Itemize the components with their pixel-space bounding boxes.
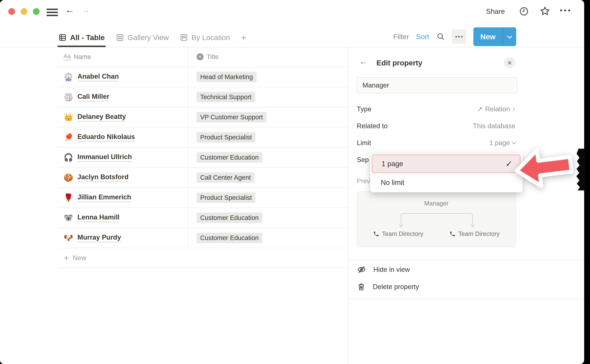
forward-arrow-icon[interactable]: → (81, 5, 90, 14)
menu-icon[interactable] (46, 9, 58, 16)
property-label: Limit (357, 139, 371, 147)
new-row-label: New (73, 254, 86, 262)
page-link[interactable]: Jaclyn Botsford (78, 173, 129, 182)
name-cell[interactable]: 🏓Eduardo Nikolaus (58, 128, 188, 147)
delete-property-button[interactable]: Delete property (357, 282, 419, 291)
page-link[interactable]: Lenna Hamill (78, 213, 119, 222)
share-button[interactable]: Share (486, 7, 505, 15)
property-label: Related to (357, 122, 388, 130)
hide-in-view-button[interactable]: Hide in view (357, 265, 410, 274)
relation-connector-lines (357, 192, 516, 247)
chevron-right-icon: › (512, 106, 515, 111)
preview-label-fragment: Prev (357, 177, 370, 185)
title-cell[interactable]: Technical Support (188, 87, 348, 107)
property-row-limit[interactable]: Limit 1 page (357, 134, 515, 151)
table-view-icon (58, 33, 67, 42)
table-row[interactable]: 🌹Jillian Emmerich Product Specialist (58, 188, 348, 208)
dropdown-option-no-limit[interactable]: No limit (372, 175, 521, 190)
table-row[interactable]: 🎡Anabel Chan Head of Marketing (58, 67, 348, 87)
eye-off-icon (357, 265, 366, 274)
new-row-button[interactable]: + New (58, 248, 348, 268)
search-icon[interactable] (436, 32, 445, 41)
name-cell[interactable]: 🐨Lenna Hamill (58, 208, 188, 228)
title-cell[interactable]: Product Specialist (188, 128, 348, 147)
filter-button[interactable]: Filter (393, 32, 409, 41)
window-controls (8, 8, 40, 15)
title-cell[interactable]: Customer Education (188, 148, 348, 167)
new-button[interactable]: New (473, 27, 516, 46)
updates-clock-icon[interactable] (519, 6, 529, 16)
property-name-input[interactable] (357, 77, 517, 93)
property-row-related-to[interactable]: Related to This database (357, 117, 515, 134)
tab-all-table[interactable]: All - Table (58, 28, 105, 47)
close-window-button[interactable] (8, 8, 15, 15)
page-emoji: 🏐 (64, 93, 73, 101)
page-link[interactable]: Immanuel Ullrich (78, 153, 132, 162)
table-row[interactable]: 🏓Eduardo Nikolaus Product Specialist (58, 128, 348, 148)
select-tag: Product Specialist (197, 192, 256, 203)
title-cell[interactable]: Head of Marketing (188, 67, 348, 87)
chevron-down-icon (512, 140, 516, 144)
title-cell[interactable]: Customer Education (188, 228, 348, 248)
new-button-label[interactable]: New (473, 27, 503, 46)
select-tag: Customer Education (197, 152, 262, 163)
more-options-icon[interactable]: ••• (560, 6, 572, 14)
action-label: Hide in view (373, 266, 410, 273)
zoom-window-button[interactable] (33, 8, 40, 15)
annotation-arrow-icon (511, 139, 578, 199)
name-cell[interactable]: 🐶Murray Purdy (58, 228, 188, 248)
minimize-window-button[interactable] (20, 8, 27, 15)
panel-back-icon[interactable]: ← (359, 57, 367, 65)
view-options-icon[interactable]: ••• (452, 29, 466, 44)
table-row[interactable]: 👑Delaney Beatty VP Customer Support (58, 107, 348, 128)
preview-child-item: Team Directory (373, 230, 423, 237)
table-row[interactable]: 🎧Immanuel Ullrich Customer Education (58, 148, 348, 168)
name-cell[interactable]: 🍪Jaclyn Botsford (58, 168, 188, 187)
page-link[interactable]: Murray Purdy (78, 234, 121, 242)
phone-icon (373, 231, 379, 237)
divider (348, 260, 584, 260)
divider (348, 299, 584, 299)
column-header-name[interactable]: Aa Name (58, 47, 188, 67)
title-cell[interactable]: Call Center Agent (188, 168, 348, 187)
dropdown-option-1-page[interactable]: 1 page ✓ (372, 155, 521, 173)
option-label: No limit (381, 178, 404, 187)
database-table: Aa Name ▼ Title 🎡Anabel Chan Head of Mar… (58, 47, 348, 268)
back-arrow-icon[interactable]: ← (65, 5, 74, 14)
title-cell[interactable]: Customer Education (188, 208, 348, 228)
page-link[interactable]: Eduardo Nikolaus (78, 133, 135, 142)
new-dropdown-button[interactable] (503, 27, 516, 46)
panel-close-icon[interactable]: × (504, 57, 515, 69)
tab-by-location[interactable]: By Location (180, 28, 230, 47)
name-cell[interactable]: 🎡Anabel Chan (58, 67, 188, 87)
tab-gallery-view[interactable]: Gallery View (116, 28, 169, 47)
page-emoji: 🌹 (64, 194, 73, 202)
name-cell[interactable]: 🎧Immanuel Ullrich (58, 148, 188, 167)
favorite-star-icon[interactable] (540, 6, 550, 17)
property-row-type[interactable]: Type ↗ Relation › (357, 101, 515, 117)
page-link[interactable]: Anabel Chan (78, 72, 119, 81)
page-emoji: 🍪 (64, 174, 73, 181)
property-value: 1 page (489, 139, 510, 147)
page-link[interactable]: Delaney Beatty (78, 113, 126, 122)
table-header-row: Aa Name ▼ Title (58, 47, 348, 67)
name-cell[interactable]: 🏐Cali Miller (58, 87, 188, 107)
property-settings: Type ↗ Relation › Related to This databa… (357, 101, 515, 151)
title-cell[interactable]: Product Specialist (188, 188, 348, 208)
page-link[interactable]: Cali Miller (78, 93, 109, 102)
select-tag: Customer Education (197, 213, 262, 223)
table-row[interactable]: 🐨Lenna Hamill Customer Education (58, 208, 348, 228)
name-cell[interactable]: 👑Delaney Beatty (58, 107, 188, 127)
view-tabs: All - Table Gallery View By Location + (58, 28, 246, 47)
column-label: Title (207, 53, 219, 60)
table-row[interactable]: 🐶Murray Purdy Customer Education (58, 228, 348, 248)
select-tag: Head of Marketing (197, 72, 256, 82)
table-row[interactable]: 🏐Cali Miller Technical Support (58, 87, 348, 107)
column-header-title[interactable]: ▼ Title (188, 47, 348, 67)
add-view-button[interactable]: + (241, 28, 246, 47)
sort-button[interactable]: Sort (416, 32, 429, 41)
page-link[interactable]: Jillian Emmerich (78, 193, 131, 202)
table-row[interactable]: 🍪Jaclyn Botsford Call Center Agent (58, 168, 348, 188)
name-cell[interactable]: 🌹Jillian Emmerich (58, 188, 188, 208)
title-cell[interactable]: VP Customer Support (188, 107, 348, 127)
